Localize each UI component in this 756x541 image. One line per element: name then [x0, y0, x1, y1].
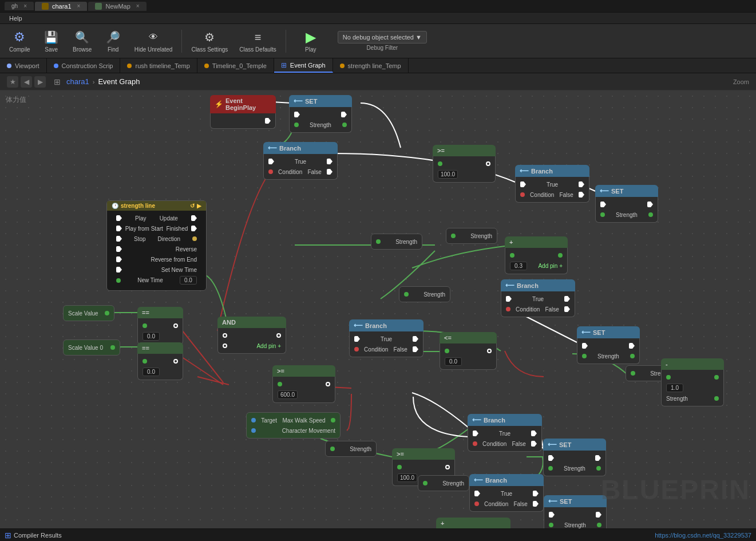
- branch4-exec-in: [506, 296, 512, 302]
- toolbar-separator-1: [181, 30, 182, 53]
- node-compare-lte[interactable]: <= 0.0: [440, 332, 497, 370]
- timeline-pfs-exec: [116, 226, 122, 231]
- node-timeline[interactable]: 🕐 strength line ↺ ▶ Play Update Play fro…: [106, 200, 207, 291]
- compare-lte-value[interactable]: 0.0: [445, 357, 462, 366]
- debug-dropdown[interactable]: No debug object selected ▼: [338, 31, 427, 44]
- node-branch-4[interactable]: ⟵ Branch True Condition False: [501, 279, 575, 317]
- timeline-snt-label: Set New Time: [161, 267, 197, 273]
- set4-arrow: ⟵: [548, 441, 557, 448]
- node-compare-gte-1[interactable]: >= 100.0: [433, 145, 496, 183]
- canvas-area[interactable]: 体力值: [0, 90, 756, 528]
- char-movement-pin: [251, 428, 256, 433]
- timeline-expand-btn[interactable]: ▶: [197, 203, 201, 209]
- scale-value-0-body: Scale Value 0: [63, 339, 120, 356]
- save-button[interactable]: 💾 Save: [37, 27, 66, 55]
- node-set-4[interactable]: ⟵ SET Strength: [543, 439, 606, 476]
- and-add-pin[interactable]: Add pin +: [256, 343, 281, 349]
- branch1-true-out: [327, 159, 333, 164]
- back-btn[interactable]: ◀: [21, 76, 32, 88]
- strength-label-2-pin: [451, 234, 456, 238]
- compare-gte1-value[interactable]: 100.0: [438, 170, 458, 179]
- hide-unrelated-button[interactable]: 👁 Hide Unrelated: [130, 27, 177, 55]
- breadcrumb-root[interactable]: chara1: [66, 77, 89, 86]
- set4-strength-row: Strength: [544, 463, 605, 473]
- compare-lte-header: <=: [440, 332, 497, 343]
- compare-eq2-value[interactable]: 0.0: [143, 368, 160, 376]
- class-settings-button[interactable]: ⚙ Class Settings: [187, 27, 232, 55]
- node-scale-value[interactable]: Scale Value: [63, 305, 114, 321]
- node-and[interactable]: AND Add pin +: [217, 317, 286, 354]
- node-scale-value-0[interactable]: Scale Value 0: [63, 339, 120, 356]
- char-maxwalk-label: Max Walk Speed: [282, 417, 325, 424]
- tab-construction-scrip[interactable]: Construction Scrip: [47, 58, 121, 73]
- compare-eq1-row2: 0.0: [138, 331, 183, 342]
- node-compare-gte-2[interactable]: >= 600.0: [272, 365, 335, 403]
- menu-item-help[interactable]: Help: [5, 15, 27, 22]
- minus-value[interactable]: 1.0: [666, 384, 683, 392]
- node-compare-eq-2[interactable]: == 0.0: [137, 342, 183, 380]
- timeline-stop-exec: [116, 236, 122, 242]
- timeline-rfe-row: Reverse from End: [112, 254, 201, 264]
- browse-button[interactable]: 🔍 Browse: [68, 27, 97, 55]
- and-in2: [223, 343, 227, 348]
- tab-strength-line[interactable]: strength line_Temp: [333, 58, 409, 73]
- node-branch-6[interactable]: ⟵ Branch True Condition False: [469, 474, 544, 512]
- compare-eq1-value[interactable]: 0.0: [143, 332, 160, 341]
- node-character-movement[interactable]: Target Max Walk Speed Character Movement: [246, 412, 341, 439]
- tab-viewport[interactable]: Viewport: [0, 58, 47, 73]
- node-add-pin-2[interactable]: + 0.3 Add pin +: [436, 518, 510, 528]
- node-branch-3[interactable]: ⟵ Branch True Condition False: [349, 319, 423, 357]
- status-icon: ⊞: [5, 531, 11, 540]
- node-minus[interactable]: - 1.0 Strength: [661, 358, 724, 406]
- set3-strength-row: Strength: [577, 351, 639, 361]
- node-branch-5[interactable]: ⟵ Branch True Condition False: [468, 414, 542, 452]
- tab-chara1[interactable]: chara1 ×: [35, 2, 87, 11]
- compiler-results-label[interactable]: Compiler Results: [14, 532, 62, 539]
- timeline-newtime-value[interactable]: 0.0: [180, 276, 197, 285]
- minus-strength-out: [714, 396, 719, 401]
- node-set-2[interactable]: ⟵ SET Strength: [595, 185, 658, 223]
- set2-strength-out: [648, 212, 653, 217]
- node-branch-1-body: True Condition False: [263, 154, 338, 180]
- node-add-pin-1[interactable]: + 0.3 Add pin +: [505, 236, 568, 274]
- node-compare-eq-1[interactable]: == 0.0: [137, 307, 183, 345]
- node-branch-5-header: ⟵ Branch: [468, 414, 542, 426]
- forward-btn[interactable]: ▶: [34, 76, 46, 88]
- tab-newmap[interactable]: NewMap ×: [88, 2, 146, 11]
- node-event-begin-play[interactable]: ⚡ Event BeginPlay: [210, 95, 276, 129]
- tab-timeline-0[interactable]: Timeline_0_Temple: [197, 58, 274, 73]
- compare-gte3-value[interactable]: 100.0: [397, 473, 417, 482]
- tab-gh[interactable]: gh ×: [5, 2, 34, 10]
- branch3-false-label: False: [393, 346, 407, 353]
- breadcrumb-separator: ›: [93, 78, 95, 85]
- node-branch-1[interactable]: ⟵ Branch True Condition False: [263, 142, 338, 180]
- browse-label: Browse: [73, 46, 92, 53]
- tab-rush-timeline[interactable]: rush timeline_Temp: [120, 58, 197, 73]
- timeline-direction-out: [192, 236, 197, 241]
- tab-close-chara1[interactable]: ×: [77, 3, 81, 9]
- node-set-5-body: Strength: [544, 507, 607, 528]
- strength-label-3-row: Strength: [399, 289, 450, 299]
- tab-event-graph[interactable]: ⊞ Event Graph: [274, 58, 333, 73]
- set5-strength-row: Strength: [544, 520, 606, 528]
- bookmark-btn[interactable]: ★: [7, 76, 18, 88]
- find-button[interactable]: 🔎 Find: [99, 27, 128, 55]
- timeline-refresh-btn[interactable]: ↺: [190, 203, 195, 209]
- node-set-5[interactable]: ⟵ SET Strength: [544, 495, 607, 528]
- compare-gte2-value[interactable]: 600.0: [278, 390, 298, 399]
- scale-value-row: Scale Value: [64, 308, 114, 318]
- node-set-3[interactable]: ⟵ SET Strength: [577, 326, 640, 364]
- minus-out: [714, 375, 719, 380]
- play-button[interactable]: ▶ Play: [291, 27, 331, 55]
- compile-button[interactable]: ⚙ Compile: [5, 27, 35, 55]
- add-pin1-value[interactable]: 0.3: [510, 262, 527, 270]
- tab-close-gh[interactable]: ×: [23, 3, 27, 9]
- class-defaults-button[interactable]: ≡ Class Defaults: [235, 27, 280, 55]
- node-branch-2[interactable]: ⟵ Branch True Condition False: [515, 165, 589, 203]
- node-branch-4-body: True Condition False: [501, 291, 575, 317]
- tab-close-newmap[interactable]: ×: [136, 3, 140, 9]
- node-set-top[interactable]: ⟵ SET Strength: [289, 95, 352, 133]
- branch3-cond-label: Condition: [364, 346, 388, 353]
- add-pin1-add[interactable]: Add pin +: [538, 263, 563, 269]
- branch2-true-label: True: [547, 181, 558, 188]
